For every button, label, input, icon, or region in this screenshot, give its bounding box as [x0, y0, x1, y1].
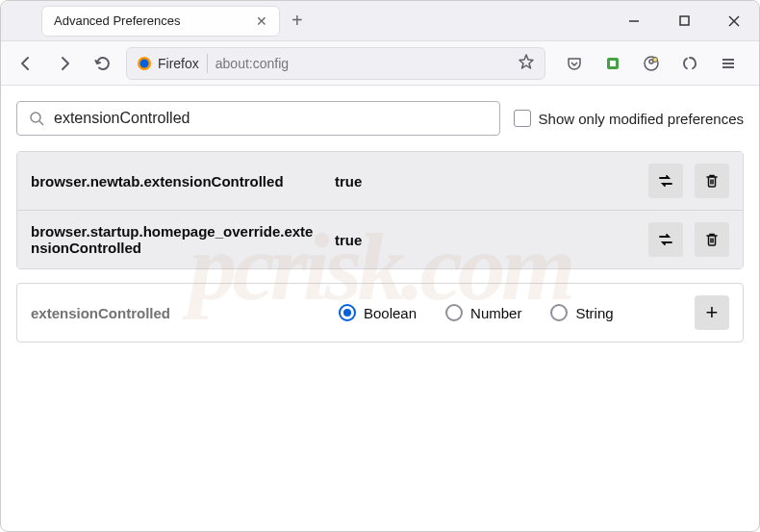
url-text: about:config [215, 56, 510, 71]
delete-button[interactable] [695, 222, 729, 257]
pref-list: browser.newtab.extensionControlled true … [16, 151, 744, 269]
window-controls [609, 1, 759, 41]
search-row: Show only modified preferences [16, 101, 744, 136]
new-tab-button[interactable]: + [291, 10, 303, 32]
trash-icon [703, 231, 721, 248]
svg-rect-1 [680, 16, 689, 25]
pref-value: true [335, 173, 633, 190]
overflow-icon[interactable] [674, 48, 705, 79]
svg-point-5 [140, 59, 149, 67]
address-bar[interactable]: Firefox about:config [126, 47, 545, 80]
search-icon [29, 111, 44, 126]
pref-row: browser.newtab.extensionControlled true [17, 152, 743, 211]
close-window-button[interactable] [709, 1, 759, 41]
show-modified-checkbox[interactable]: Show only modified preferences [514, 110, 744, 127]
toggle-button[interactable] [648, 222, 683, 257]
toolbar: Firefox about:config [1, 41, 759, 86]
forward-button[interactable] [49, 48, 80, 79]
maximize-button[interactable] [659, 1, 709, 41]
identity-box[interactable]: Firefox [137, 56, 199, 71]
toggle-button[interactable] [648, 164, 683, 198]
pref-actions [648, 222, 729, 257]
add-button[interactable]: + [695, 295, 729, 330]
pref-row: browser.startup.homepage_override.extens… [17, 211, 743, 268]
new-pref-row: extensionControlled Boolean Number Strin… [16, 283, 744, 342]
type-radio-group: Boolean Number String [339, 304, 675, 321]
pocket-icon[interactable] [559, 48, 590, 79]
radio-label: Number [470, 305, 521, 321]
firefox-icon [137, 56, 152, 71]
extension-icon[interactable] [597, 48, 628, 79]
content: Show only modified preferences browser.n… [1, 86, 759, 358]
toolbar-icons [553, 48, 749, 79]
tab-title: Advanced Preferences [54, 13, 181, 28]
svg-point-10 [653, 57, 658, 62]
search-box[interactable] [16, 101, 500, 136]
search-input[interactable] [54, 110, 488, 127]
radio-icon[interactable] [339, 304, 356, 321]
radio-label: String [575, 305, 613, 321]
identity-label: Firefox [158, 56, 199, 71]
pref-name: browser.startup.homepage_override.extens… [31, 223, 319, 256]
new-pref-name: extensionControlled [31, 305, 319, 321]
radio-label: Boolean [364, 305, 417, 321]
pref-actions [648, 164, 729, 198]
radio-string[interactable]: String [550, 304, 613, 321]
close-icon[interactable]: ✕ [256, 13, 267, 29]
radio-icon[interactable] [445, 304, 463, 321]
titlebar: Advanced Preferences ✕ + [1, 1, 759, 41]
minimize-button[interactable] [609, 1, 659, 41]
svg-point-14 [31, 113, 40, 122]
account-icon[interactable] [636, 48, 667, 79]
delete-button[interactable] [695, 164, 729, 198]
svg-rect-7 [610, 61, 616, 66]
menu-button[interactable] [713, 48, 744, 79]
pref-value: true [335, 232, 633, 248]
toggle-icon [657, 231, 674, 248]
toggle-icon [657, 172, 674, 190]
radio-number[interactable]: Number [445, 304, 521, 321]
svg-line-15 [39, 121, 43, 125]
reload-button[interactable] [88, 48, 118, 79]
trash-icon [703, 172, 721, 190]
divider [207, 54, 208, 73]
radio-boolean[interactable]: Boolean [339, 304, 417, 321]
checkbox-icon[interactable] [514, 110, 531, 127]
bookmark-star-icon[interactable] [518, 53, 535, 74]
pref-name: browser.newtab.extensionControlled [31, 173, 319, 190]
plus-icon: + [706, 300, 719, 325]
back-button[interactable] [11, 48, 41, 79]
checkbox-label-text: Show only modified preferences [539, 111, 744, 127]
radio-icon[interactable] [550, 304, 568, 321]
tab-active[interactable]: Advanced Preferences ✕ [41, 6, 280, 37]
